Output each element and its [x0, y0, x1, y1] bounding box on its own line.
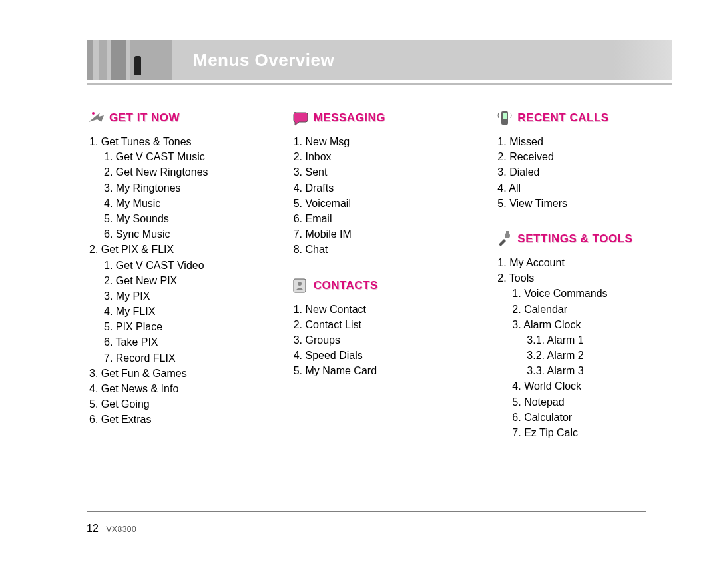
list-item: 3. Get Fun & Games [89, 366, 264, 381]
svg-point-0 [92, 112, 95, 115]
list-item: 4. My Music [104, 196, 264, 211]
list-item: 3. My Ringtones [104, 180, 264, 196]
svg-rect-4 [503, 113, 507, 119]
section-recent-calls: RECENT CALLS [495, 109, 672, 127]
list-item: 6. Sync Music [104, 226, 264, 242]
page-title: Menus Overview [193, 50, 334, 71]
footer-text: 12 VX8300 [87, 523, 646, 535]
list-item: 1. Missed [497, 134, 672, 149]
list-item: 5. Get Going [89, 396, 264, 412]
list-item: 4. World Clock [512, 378, 672, 394]
list-item: 2. Calendar [512, 302, 672, 317]
list-item: 2. Contact List [294, 317, 469, 332]
list-item: 4. Speed Dials [294, 348, 469, 363]
manual-page: Menus Overview GET IT NOW 1. Get Tunes &… [0, 0, 719, 588]
list-item: 4. Drafts [294, 180, 469, 196]
section-get-it-now: GET IT NOW [87, 109, 264, 127]
list-item: 4. Get News & Info [89, 381, 264, 396]
column-2: MESSAGING 1. New Msg 2. Inbox 3. Sent 4.… [291, 105, 469, 452]
list-item: 2. Tools 1. Voice Commands 2. Calendar 3… [497, 270, 672, 440]
list-item: 2. Received [497, 149, 672, 164]
list-item: 5. Notepad [512, 394, 672, 410]
tools-icon [495, 230, 513, 248]
columns: GET IT NOW 1. Get Tunes & Tones 1. Get V… [87, 105, 672, 452]
arrow-icon [87, 109, 105, 127]
address-book-icon [291, 276, 310, 295]
list-item: 3. Groups [294, 332, 469, 348]
list-item: 5. PIX Place [104, 319, 264, 334]
menu-recent-calls: 1. Missed 2. Received 3. Dialed 4. All 5… [495, 134, 672, 211]
list-item: 1. New Contact [294, 302, 469, 317]
svg-point-2 [298, 282, 302, 286]
list-item: 4. My FLIX [104, 304, 264, 319]
model-label: VX8300 [106, 525, 136, 534]
menu-messaging: 1. New Msg 2. Inbox 3. Sent 4. Drafts 5.… [291, 134, 469, 258]
list-item: 5. My Name Card [294, 363, 469, 378]
list-item: 3.2. Alarm 2 [527, 348, 672, 363]
section-title: CONTACTS [314, 279, 378, 292]
list-item: 2. Get New Ringtones [104, 164, 264, 180]
menu-get-it-now: 1. Get Tunes & Tones 1. Get V CAST Music… [87, 134, 264, 428]
list-item: 4. All [497, 180, 672, 196]
list-item: 1. Get V CAST Video [104, 258, 264, 273]
header-photo [87, 40, 172, 80]
list-item: 7. Record FLIX [104, 350, 264, 366]
list-item: 6. Take PIX [104, 334, 264, 350]
list-item: 5. Voicemail [294, 196, 469, 211]
list-item: 3.3. Alarm 3 [527, 363, 672, 378]
page-header: Menus Overview [87, 40, 672, 80]
svg-rect-6 [506, 231, 509, 235]
list-item: 2. Inbox [294, 149, 469, 164]
page-footer: 12 VX8300 [87, 511, 646, 535]
menu-contacts: 1. New Contact 2. Contact List 3. Groups… [291, 302, 469, 379]
list-item: 1. My Account [497, 255, 672, 270]
column-1: GET IT NOW 1. Get Tunes & Tones 1. Get V… [87, 105, 264, 452]
list-item: 6. Calculator [512, 410, 672, 425]
list-item: 3. Alarm Clock 3.1. Alarm 1 3.2. Alarm 2… [512, 317, 672, 379]
section-title: SETTINGS & TOOLS [517, 232, 632, 246]
list-item: 8. Chat [294, 242, 469, 257]
footer-rule [87, 511, 646, 513]
list-item: 2. Get PIX & FLIX 1. Get V CAST Video 2.… [89, 242, 264, 366]
list-item: 6. Get Extras [89, 412, 264, 427]
list-item: 1. Voice Commands [512, 286, 672, 301]
column-3: RECENT CALLS 1. Missed 2. Received 3. Di… [495, 105, 672, 452]
speech-bubble-icon [291, 109, 310, 127]
page-number: 12 [87, 523, 99, 534]
list-item: 6. Email [294, 211, 469, 226]
menu-settings-tools: 1. My Account 2. Tools 1. Voice Commands… [495, 255, 672, 440]
list-item: 5. My Sounds [104, 211, 264, 226]
list-item: 1. Get Tunes & Tones 1. Get V CAST Music… [89, 134, 264, 242]
list-item: 7. Ez Tip Calc [512, 425, 672, 440]
section-title: RECENT CALLS [517, 111, 608, 125]
list-item: 3. Sent [294, 164, 469, 180]
list-item: 2. Get New PIX [104, 273, 264, 288]
list-item: 1. New Msg [294, 134, 469, 149]
list-item: 3. My PIX [104, 288, 264, 304]
phone-icon [495, 109, 513, 127]
section-title: GET IT NOW [109, 111, 180, 125]
section-settings-tools: SETTINGS & TOOLS [495, 230, 672, 248]
section-title: MESSAGING [314, 111, 385, 125]
list-item: 3. Dialed [497, 164, 672, 180]
section-contacts: CONTACTS [291, 276, 469, 295]
list-item: 5. View Timers [497, 196, 672, 211]
list-item: 1. Get V CAST Music [104, 149, 264, 164]
list-item: 3.1. Alarm 1 [527, 332, 672, 348]
list-item: 7. Mobile IM [294, 226, 469, 242]
section-messaging: MESSAGING [291, 109, 469, 127]
header-rule [87, 83, 672, 85]
